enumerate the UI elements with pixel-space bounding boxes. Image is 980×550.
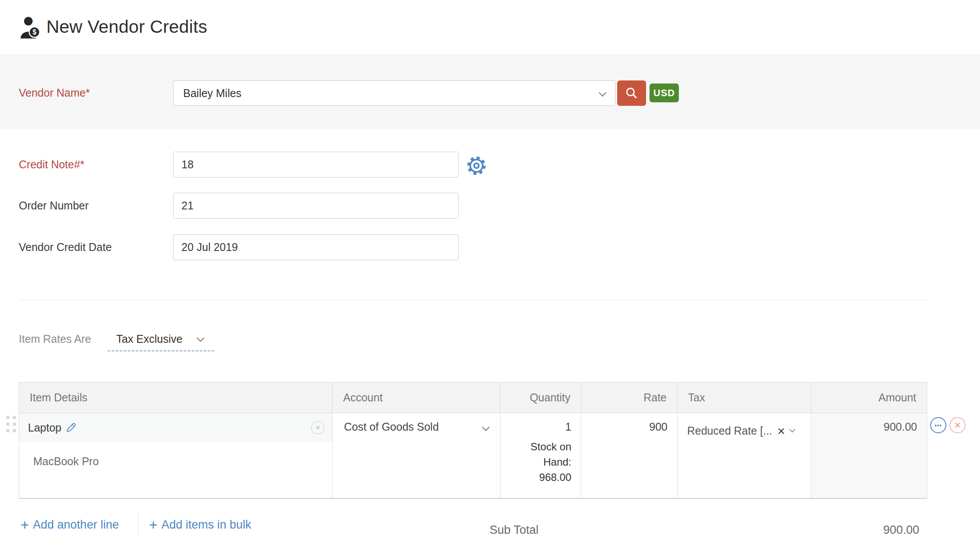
chevron-down-icon — [482, 423, 490, 431]
chevron-down-icon[interactable] — [196, 334, 204, 342]
quantity-value: 1 — [500, 421, 571, 433]
edit-pencil-icon[interactable] — [66, 422, 77, 433]
item-details-cell: Laptop × MacBook Pro — [19, 413, 333, 498]
stock-on-hand-label: Stock on Hand: — [531, 441, 571, 468]
ellipsis-icon: ••• — [935, 422, 942, 428]
account-cell[interactable]: Cost of Goods Sold — [333, 413, 500, 498]
table-header-row: Item Details Account Quantity Rate Tax A… — [19, 383, 927, 413]
credit-note-settings-button[interactable] — [466, 155, 487, 176]
col-header-amount: Amount — [811, 383, 927, 413]
col-header-item-details: Item Details — [19, 383, 333, 413]
vendor-credit-date-input[interactable] — [173, 234, 459, 260]
amount-value: 900.00 — [884, 421, 917, 433]
credit-note-input[interactable] — [173, 152, 459, 178]
add-items-in-bulk-label: Add items in bulk — [161, 518, 251, 532]
vendor-name-value: Bailey Miles — [183, 87, 241, 100]
vendor-name-select[interactable]: Bailey Miles — [173, 80, 615, 106]
add-another-line-link[interactable]: + Add another line — [21, 518, 119, 532]
row-more-options-button[interactable]: ••• — [930, 417, 946, 433]
stock-on-hand: Stock on Hand: 968.00 — [524, 439, 571, 485]
currency-badge: USD — [650, 84, 679, 102]
line-items-table: Item Details Account Quantity Rate Tax A… — [19, 382, 927, 499]
col-header-rate: Rate — [581, 383, 678, 413]
plus-icon: + — [149, 518, 157, 532]
vendor-name-label: Vendor Name* — [19, 87, 90, 99]
rate-value: 900 — [649, 421, 667, 433]
row-drag-handle[interactable] — [6, 416, 16, 432]
gear-icon — [466, 155, 487, 176]
page-header: $ New Vendor Credits — [0, 0, 980, 54]
sub-total-value: 900.00 — [809, 523, 919, 537]
order-number-input[interactable] — [173, 193, 459, 219]
col-header-account: Account — [333, 383, 500, 413]
new-vendor-credits-page: $ New Vendor Credits Vendor Name* Bailey… — [0, 0, 980, 550]
plus-icon: + — [21, 518, 29, 532]
chevron-down-icon — [598, 89, 606, 97]
chevron-down-icon[interactable] — [789, 426, 796, 433]
stock-on-hand-value: 968.00 — [539, 471, 571, 483]
add-items-in-bulk-link[interactable]: + Add items in bulk — [149, 518, 251, 532]
quantity-cell[interactable]: 1 Stock on Hand: 968.00 — [500, 413, 581, 498]
close-icon: × — [954, 420, 961, 431]
item-name-strip: Laptop × — [19, 413, 332, 442]
table-row: Laptop × MacBook Pro Cost of Goods Sold … — [19, 413, 927, 498]
links-divider — [138, 512, 139, 537]
dollar-icon: $ — [33, 28, 37, 36]
item-rates-select[interactable]: Tax Exclusive — [116, 333, 182, 345]
col-header-tax: Tax — [678, 383, 811, 413]
item-rates-label: Item Rates Are — [19, 333, 91, 345]
item-description[interactable]: MacBook Pro — [33, 455, 332, 468]
section-divider — [19, 300, 927, 300]
vendor-search-button[interactable] — [617, 80, 646, 106]
amount-cell: 900.00 — [811, 413, 927, 498]
item-name: Laptop — [28, 421, 61, 434]
order-number-label: Order Number — [19, 199, 89, 212]
tax-cell: Reduced Rate [... × — [678, 413, 811, 498]
item-rates-underline — [108, 350, 214, 352]
vendor-section: Vendor Name* Bailey Miles USD — [0, 54, 980, 129]
table-actions: + Add another line + Add items in bulk — [21, 512, 251, 537]
delete-row-button[interactable]: × — [949, 417, 966, 433]
vendor-credit-date-label: Vendor Credit Date — [19, 241, 112, 254]
page-title: New Vendor Credits — [46, 17, 207, 37]
vendor-credits-icon: $ — [19, 16, 41, 38]
search-icon — [625, 86, 639, 100]
clear-item-button[interactable]: × — [311, 421, 324, 434]
col-header-quantity: Quantity — [500, 383, 581, 413]
tax-value[interactable]: Reduced Rate [... — [687, 425, 772, 437]
sub-total-label: Sub Total — [490, 523, 539, 537]
account-value: Cost of Goods Sold — [344, 421, 439, 433]
rate-cell[interactable]: 900 — [581, 413, 678, 498]
credit-note-label: Credit Note#* — [19, 158, 84, 171]
remove-tax-icon[interactable]: × — [778, 425, 785, 438]
add-another-line-label: Add another line — [33, 518, 119, 532]
